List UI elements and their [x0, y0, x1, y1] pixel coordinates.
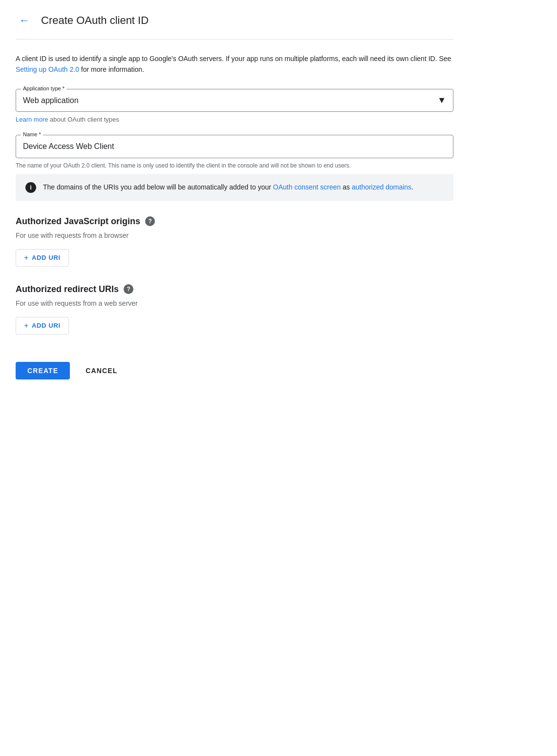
- info-box-text: The domains of the URIs you add below wi…: [43, 182, 413, 192]
- learn-more-text: Learn more about OAuth client types: [16, 116, 453, 123]
- page-title: Create OAuth client ID: [41, 14, 149, 27]
- page-header: ← Create OAuth client ID: [16, 12, 453, 40]
- create-button[interactable]: CREATE: [16, 362, 70, 379]
- oauth-setup-link[interactable]: Setting up OAuth 2.0: [16, 65, 79, 73]
- application-type-select[interactable]: Web application: [16, 89, 453, 111]
- info-text-before: The domains of the URIs you add below wi…: [43, 183, 273, 191]
- plus-icon: +: [24, 253, 29, 262]
- plus-icon-2: +: [24, 321, 29, 330]
- description-text-after: for more information.: [79, 65, 144, 73]
- info-text-between: as: [341, 183, 352, 191]
- js-origins-help-icon[interactable]: ?: [145, 216, 155, 226]
- name-field-hint: The name of your OAuth 2.0 client. This …: [16, 161, 453, 170]
- name-input[interactable]: [16, 135, 453, 158]
- js-origins-description: For use with requests from a browser: [16, 231, 453, 239]
- redirect-uris-add-uri-button[interactable]: + ADD URI: [16, 317, 69, 335]
- action-buttons: CREATE CANCEL: [16, 358, 453, 379]
- authorized-domains-link[interactable]: authorized domains: [352, 183, 411, 191]
- redirect-uris-description: For use with requests from a web server: [16, 299, 453, 307]
- js-origins-title: Authorized JavaScript origins: [16, 216, 140, 227]
- redirect-uris-header: Authorized redirect URIs ?: [16, 284, 453, 294]
- back-button[interactable]: ←: [16, 12, 33, 29]
- info-icon: i: [25, 182, 36, 193]
- application-type-select-wrapper: Application type * Web application ▼: [16, 89, 453, 112]
- name-field-label: Name *: [21, 131, 43, 137]
- js-origins-add-uri-button[interactable]: + ADD URI: [16, 249, 69, 267]
- oauth-consent-screen-link[interactable]: OAuth consent screen: [273, 183, 341, 191]
- redirect-uris-section: Authorized redirect URIs ? For use with …: [16, 284, 453, 335]
- learn-more-suffix: about OAuth client types: [48, 116, 119, 123]
- redirect-uris-help-icon[interactable]: ?: [124, 284, 133, 294]
- info-text-after: .: [411, 183, 413, 191]
- application-type-label: Application type *: [21, 85, 66, 91]
- application-type-field: Application type * Web application ▼ Lea…: [16, 89, 453, 123]
- description-text-before: A client ID is used to identify a single…: [16, 55, 451, 63]
- js-origins-header: Authorized JavaScript origins ?: [16, 216, 453, 227]
- name-field-section: Name * The name of your OAuth 2.0 client…: [16, 135, 453, 170]
- page-description: A client ID is used to identify a single…: [16, 53, 453, 75]
- name-input-wrapper: Name *: [16, 135, 453, 158]
- learn-more-link[interactable]: Learn more: [16, 116, 48, 123]
- js-origins-add-uri-label: ADD URI: [32, 254, 61, 261]
- js-origins-section: Authorized JavaScript origins ? For use …: [16, 216, 453, 267]
- cancel-button[interactable]: CANCEL: [74, 362, 129, 379]
- redirect-uris-title: Authorized redirect URIs: [16, 284, 119, 294]
- info-box: i The domains of the URIs you add below …: [16, 174, 453, 201]
- redirect-uris-add-uri-label: ADD URI: [32, 322, 61, 329]
